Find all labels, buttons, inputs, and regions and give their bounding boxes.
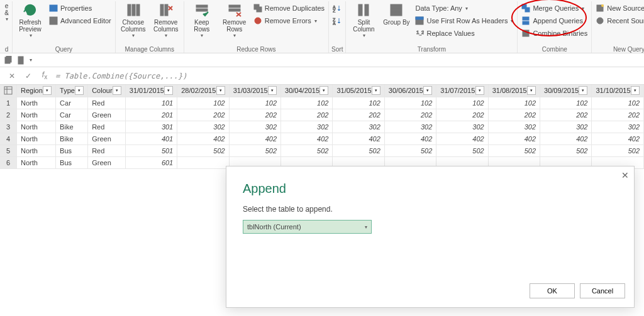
cell[interactable]: 102 bbox=[592, 97, 644, 109]
cell[interactable]: 502 bbox=[540, 144, 592, 156]
cell[interactable]: North bbox=[17, 97, 56, 109]
filter-button[interactable]: ▾ bbox=[372, 86, 380, 95]
cell[interactable]: Green bbox=[88, 156, 126, 168]
choose-columns-button[interactable]: Choose Columns▾ bbox=[118, 1, 148, 40]
row-number[interactable]: 3 bbox=[0, 121, 17, 133]
cell[interactable]: 302 bbox=[436, 121, 488, 133]
sort-desc-button[interactable]: ZA bbox=[331, 15, 343, 26]
cell[interactable]: 302 bbox=[540, 121, 592, 133]
cell[interactable]: 102 bbox=[229, 97, 280, 109]
row-number[interactable]: 6 bbox=[0, 156, 17, 168]
row-number[interactable]: 2 bbox=[0, 109, 17, 121]
ok-button[interactable]: OK bbox=[530, 283, 575, 298]
append-queries-button[interactable]: Append Queries bbox=[520, 15, 589, 26]
cell[interactable]: Car bbox=[56, 97, 88, 109]
cell[interactable]: 202 bbox=[229, 109, 280, 121]
cell[interactable]: 502 bbox=[488, 144, 540, 156]
new-source-button[interactable]: New Source▾ bbox=[594, 3, 644, 14]
cell[interactable]: 502 bbox=[384, 144, 436, 156]
filter-button[interactable]: ▾ bbox=[527, 86, 536, 95]
cell[interactable]: Red bbox=[88, 144, 126, 156]
table-row[interactable]: 2NorthCarGreen20120220220220220220220220… bbox=[0, 109, 644, 121]
cell[interactable]: 302 bbox=[281, 121, 333, 133]
remove-errors-button[interactable]: Remove Errors▾ bbox=[252, 15, 326, 26]
column-header[interactable]: 28/02/2015▾ bbox=[177, 85, 229, 97]
cell[interactable]: 402 bbox=[384, 133, 436, 144]
cell[interactable]: 302 bbox=[488, 121, 540, 133]
cell[interactable]: North bbox=[17, 156, 56, 168]
column-header[interactable]: 31/07/2015▾ bbox=[436, 85, 488, 97]
cell[interactable]: 502 bbox=[177, 144, 229, 156]
cell[interactable]: 102 bbox=[333, 97, 384, 109]
cell[interactable]: 502 bbox=[281, 144, 333, 156]
formula-cancel-button[interactable]: ✕ bbox=[6, 72, 18, 80]
filter-button[interactable]: ▾ bbox=[75, 86, 84, 95]
cell[interactable]: 202 bbox=[177, 109, 229, 121]
cell[interactable]: 502 bbox=[436, 144, 488, 156]
cell[interactable]: Green bbox=[88, 133, 126, 144]
cell[interactable]: 102 bbox=[540, 97, 592, 109]
formula-accept-button[interactable]: ✓ bbox=[23, 72, 34, 80]
cell[interactable]: 302 bbox=[384, 121, 436, 133]
filter-button[interactable]: ▾ bbox=[319, 86, 328, 95]
column-header[interactable]: 31/05/2015▾ bbox=[333, 85, 384, 97]
cell[interactable]: 401 bbox=[125, 133, 177, 144]
properties-button[interactable]: Properties bbox=[48, 3, 113, 14]
cell[interactable]: Bus bbox=[56, 144, 88, 156]
cell[interactable]: 402 bbox=[229, 133, 280, 144]
cell[interactable]: 502 bbox=[333, 144, 384, 156]
cell[interactable]: 101 bbox=[125, 97, 177, 109]
merge-queries-button[interactable]: Merge Queries▾ bbox=[520, 3, 589, 14]
filter-button[interactable]: ▾ bbox=[631, 86, 640, 95]
column-header[interactable]: 30/09/2015▾ bbox=[540, 85, 592, 97]
row-number[interactable]: 1 bbox=[0, 97, 17, 109]
cell[interactable]: 102 bbox=[384, 97, 436, 109]
filter-button[interactable]: ▾ bbox=[164, 86, 173, 95]
cell[interactable]: 301 bbox=[125, 121, 177, 133]
cell[interactable]: Bike bbox=[56, 133, 88, 144]
filter-button[interactable]: ▾ bbox=[216, 86, 225, 95]
document-icon[interactable] bbox=[16, 56, 25, 65]
column-header[interactable]: 31/10/2015▾ bbox=[592, 85, 644, 97]
cell[interactable]: 402 bbox=[592, 133, 644, 144]
row-number[interactable]: 5 bbox=[0, 144, 17, 156]
cell[interactable] bbox=[177, 156, 229, 168]
cell[interactable]: Bus bbox=[56, 156, 88, 168]
filter-button[interactable]: ▾ bbox=[43, 86, 52, 95]
remove-rows-button[interactable]: Remove Rows▾ bbox=[219, 1, 250, 40]
column-header[interactable]: 31/03/2015▾ bbox=[229, 85, 280, 97]
cell[interactable]: 402 bbox=[333, 133, 384, 144]
table-row[interactable]: 5NorthBusRed5015025025025025025025025025… bbox=[0, 144, 644, 156]
cell[interactable]: 402 bbox=[177, 133, 229, 144]
remove-duplicates-button[interactable]: Remove Duplicates bbox=[252, 3, 326, 14]
cell[interactable]: 202 bbox=[540, 109, 592, 121]
cell[interactable]: 601 bbox=[125, 156, 177, 168]
cell[interactable]: 102 bbox=[281, 97, 333, 109]
filter-button[interactable]: ▾ bbox=[579, 86, 587, 95]
cell[interactable]: 502 bbox=[229, 144, 280, 156]
cell[interactable]: 202 bbox=[281, 109, 333, 121]
cell[interactable]: North bbox=[17, 144, 56, 156]
cell[interactable]: 402 bbox=[540, 133, 592, 144]
cell[interactable]: 502 bbox=[592, 144, 644, 156]
split-column-button[interactable]: Split Column▾ bbox=[348, 1, 379, 40]
cell[interactable]: 302 bbox=[592, 121, 644, 133]
cell[interactable]: 102 bbox=[436, 97, 488, 109]
cell[interactable]: North bbox=[17, 109, 56, 121]
row-number[interactable]: 4 bbox=[0, 133, 17, 144]
close-apply-button[interactable]: e &▾ bbox=[4, 1, 9, 40]
cell[interactable]: North bbox=[17, 133, 56, 144]
cell[interactable]: 202 bbox=[592, 109, 644, 121]
cell[interactable]: 102 bbox=[177, 97, 229, 109]
replace-values-button[interactable]: 12Replace Values bbox=[414, 28, 514, 39]
cell[interactable]: 402 bbox=[488, 133, 540, 144]
formula-text[interactable]: = Table.Combine({Source,...}) bbox=[55, 72, 638, 80]
table-row[interactable]: 1NorthCarRed1011021021021021021021021021… bbox=[0, 97, 644, 109]
cell[interactable]: North bbox=[17, 121, 56, 133]
cancel-button[interactable]: Cancel bbox=[580, 283, 625, 298]
recent-sources-button[interactable]: Recent Sources▾ bbox=[594, 15, 644, 26]
cell[interactable]: 302 bbox=[177, 121, 229, 133]
copy-icon[interactable] bbox=[4, 56, 13, 65]
qat-dropdown[interactable]: ▾ bbox=[30, 57, 32, 63]
cell[interactable]: 202 bbox=[436, 109, 488, 121]
